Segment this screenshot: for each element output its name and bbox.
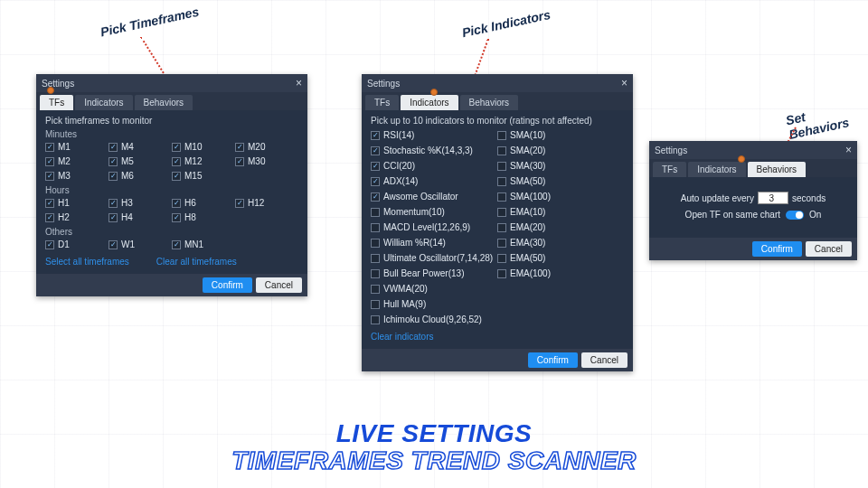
close-icon[interactable]: × [845, 144, 852, 156]
checkbox-item[interactable]: H12 [235, 197, 298, 210]
checkbox-label: Ultimate Oscillator(7,14,28) [383, 252, 493, 265]
clear-all-link[interactable]: Clear all timeframes [156, 257, 237, 267]
checkbox-item[interactable]: William %R(14) [371, 237, 497, 249]
checkbox-label: SMA(50) [510, 175, 545, 188]
checkbox-item[interactable]: SMA(10) [497, 129, 624, 142]
checkbox-label: H6 [184, 197, 196, 210]
tab-indicators[interactable]: Indicators [401, 95, 458, 110]
auto-update-prefix: Auto update every [681, 193, 754, 203]
checkbox-item[interactable]: H3 [108, 197, 172, 210]
checkbox-item[interactable]: M1 [45, 141, 108, 154]
checkbox-label: H3 [121, 197, 133, 210]
checkbox-item[interactable]: Awsome Oscillator [371, 191, 497, 203]
callout-dot [430, 89, 438, 96]
checkbox-item[interactable]: H1 [45, 197, 108, 210]
checkbox-column [235, 239, 298, 251]
tab-tfs[interactable]: TFs [365, 95, 399, 110]
checkbox-item[interactable]: M20 [235, 141, 298, 154]
checkbox-item[interactable]: D1 [45, 239, 108, 251]
tab-behaviors[interactable]: Behaviors [135, 95, 193, 110]
checkbox-icon [497, 162, 506, 171]
confirm-button[interactable]: Confirm [203, 277, 252, 293]
checkbox-row: M1M2M3M4M5M6M10M12M15M20M30 [45, 141, 298, 183]
instruction-text: Pick up to 10 indicators to monitor (rat… [371, 116, 624, 126]
checkbox-item[interactable]: VWMA(20) [371, 283, 497, 296]
close-icon[interactable]: × [621, 77, 627, 89]
checkbox-item[interactable]: M12 [172, 155, 235, 168]
checkbox-item[interactable]: Ultimate Oscillator(7,14,28) [371, 252, 497, 265]
tab-indicators[interactable]: Indicators [688, 162, 745, 177]
checkbox-label: SMA(20) [510, 145, 545, 157]
checkbox-item[interactable]: Stochastic %K(14,3,3) [371, 145, 497, 157]
checkbox-label: Hull MA(9) [383, 298, 426, 311]
checkbox-item[interactable]: W1 [108, 239, 172, 251]
checkbox-item[interactable]: EMA(10) [497, 206, 624, 219]
checkbox-label: Awsome Oscillator [383, 191, 458, 203]
checkbox-label: D1 [58, 239, 70, 251]
tab-tfs[interactable]: TFs [40, 95, 73, 110]
checkbox-icon [45, 143, 54, 152]
select-all-link[interactable]: Select all timeframes [45, 257, 129, 267]
checkbox-item[interactable]: CCI(20) [371, 160, 497, 173]
confirm-button[interactable]: Confirm [528, 352, 578, 368]
cancel-button[interactable]: Cancel [256, 277, 302, 293]
close-icon[interactable]: × [296, 77, 302, 89]
checkbox-item[interactable]: EMA(50) [497, 252, 624, 265]
checkbox-item[interactable]: ADX(14) [371, 175, 497, 188]
checkbox-item[interactable]: Bull Bear Power(13) [371, 267, 497, 280]
checkbox-label: ADX(14) [383, 175, 418, 188]
tab-behaviors[interactable]: Behaviors [748, 162, 806, 177]
checkbox-icon [371, 239, 380, 248]
checkbox-label: M5 [121, 155, 134, 168]
checkbox-item[interactable]: H6 [172, 197, 235, 210]
checkbox-item[interactable]: M30 [235, 155, 298, 168]
cancel-button[interactable]: Cancel [806, 241, 852, 257]
open-tf-toggle[interactable] [786, 211, 804, 220]
auto-update-input[interactable] [758, 192, 788, 204]
checkbox-item[interactable]: H2 [45, 211, 108, 224]
callout-dot [738, 155, 745, 163]
checkbox-item[interactable]: M2 [45, 155, 108, 168]
checkbox-label: M3 [58, 170, 71, 183]
checkbox-item[interactable]: EMA(30) [497, 237, 624, 249]
checkbox-row: H1H2H3H4H6H8H12 [45, 197, 298, 224]
checkbox-column: D1 [45, 239, 108, 251]
checkbox-item[interactable]: MACD Level(12,26,9) [371, 221, 497, 234]
checkbox-item[interactable]: MN1 [172, 239, 235, 251]
checkbox-item[interactable]: M5 [108, 155, 172, 168]
checkbox-item[interactable]: SMA(20) [497, 145, 624, 157]
checkbox-item[interactable]: EMA(20) [497, 221, 624, 234]
checkbox-icon [497, 208, 506, 217]
checkbox-item[interactable]: H8 [172, 211, 235, 224]
checkbox-item[interactable]: Hull MA(9) [371, 298, 497, 311]
cancel-button[interactable]: Cancel [581, 352, 627, 368]
checkbox-item[interactable]: EMA(100) [497, 267, 624, 280]
tab-indicators[interactable]: Indicators [75, 95, 132, 110]
checkbox-item[interactable]: SMA(50) [497, 175, 624, 188]
checkbox-item[interactable]: H4 [108, 211, 172, 224]
checkbox-item[interactable]: M4 [108, 141, 172, 154]
checkbox-item[interactable]: M15 [172, 170, 235, 183]
checkbox-icon [371, 300, 380, 309]
checkbox-item[interactable]: M3 [45, 170, 108, 183]
checkbox-item[interactable]: Ichimoku Cloud(9,26,52) [371, 314, 497, 326]
dialog-title: Settings [367, 79, 400, 89]
checkbox-label: M10 [184, 141, 202, 154]
clear-indicators-link[interactable]: Clear indicators [371, 332, 433, 342]
confirm-button[interactable]: Confirm [752, 241, 802, 257]
checkbox-icon [371, 177, 380, 186]
checkbox-item[interactable]: SMA(100) [497, 191, 624, 203]
checkbox-item[interactable]: SMA(30) [497, 160, 624, 173]
checkbox-item[interactable]: Momentum(10) [371, 206, 497, 219]
checkbox-icon [45, 157, 54, 166]
checkbox-label: M2 [58, 155, 71, 168]
checkbox-item[interactable]: M10 [172, 141, 235, 154]
tab-behaviors[interactable]: Behaviors [460, 95, 518, 110]
checkbox-icon [235, 157, 244, 166]
checkbox-icon [172, 240, 181, 249]
checkbox-item[interactable]: M6 [108, 170, 172, 183]
checkbox-label: VWMA(20) [383, 283, 428, 296]
tab-tfs[interactable]: TFs [653, 162, 686, 177]
checkbox-item[interactable]: RSI(14) [371, 129, 497, 142]
checkbox-label: W1 [121, 239, 135, 251]
